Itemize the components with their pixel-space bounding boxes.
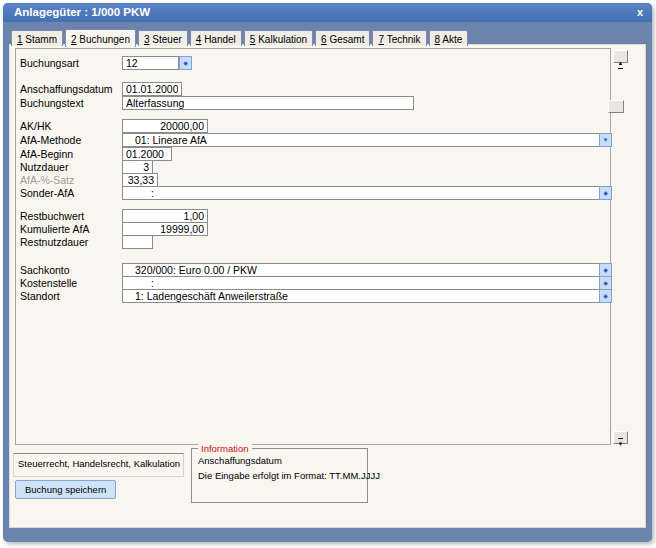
buchungstext-helper-button[interactable]	[608, 100, 624, 113]
sachkonto-spinner-icon[interactable]: ◆	[599, 263, 612, 277]
scroll-up-button[interactable]: ▲	[613, 50, 628, 63]
sachkonto-value: 320/000: Euro 0.00 / PKW	[123, 264, 597, 276]
kostenstelle-spinner-icon[interactable]: ◆	[599, 276, 612, 290]
tab-handel[interactable]: 4 Handel	[190, 30, 242, 46]
tab-buchungen[interactable]: 2 Buchungen	[65, 29, 136, 47]
buchungsart-input[interactable]	[122, 56, 179, 70]
anschaffungsdatum-label: Anschaffungsdatum	[20, 82, 113, 96]
sonder-afa-spinner-icon[interactable]: ◆	[599, 186, 612, 200]
buchungstext-label: Buchungstext	[20, 96, 84, 110]
afa-methode-dropdown[interactable]: 01: Lineare AfA ▼	[122, 133, 612, 147]
kumulierte-afa-label: Kumulierte AfA	[20, 222, 89, 236]
information-format-hint: Die Eingabe erfolgt im Format: TT.MM.JJJ…	[198, 470, 380, 481]
kostenstelle-dropdown[interactable]: : ◆	[122, 276, 612, 290]
tab-kalkulation[interactable]: 5 Kalkulation	[244, 30, 313, 46]
kostenstelle-value: :	[123, 277, 597, 289]
restbuchwert-input[interactable]	[122, 209, 208, 223]
anschaffungsdatum-input[interactable]	[122, 82, 182, 96]
tab-content-panel: Buchungsart ◆ Anschaffungsdatum Buchungs…	[9, 44, 646, 528]
afa-beginn-input[interactable]	[122, 147, 172, 161]
buchungstext-input[interactable]	[122, 96, 414, 110]
restnutzdauer-input[interactable]	[122, 235, 153, 249]
sachkonto-dropdown[interactable]: 320/000: Euro 0.00 / PKW ◆	[122, 263, 612, 277]
tab-akte[interactable]: 8 Akte	[429, 30, 469, 46]
title-bar[interactable]: Anlagegüter : 1/000 PKW x	[3, 3, 652, 22]
ak-hk-input[interactable]	[122, 119, 208, 133]
close-icon[interactable]: x	[637, 3, 643, 22]
tab-strip: 1 Stamm2 Buchungen3 Steuer4 Handel5 Kalk…	[11, 28, 470, 45]
kostenstelle-label: Kostenstelle	[20, 276, 77, 290]
nutzdauer-label: Nutzdauer	[20, 160, 68, 174]
afa-methode-value: 01: Lineare AfA	[123, 134, 597, 146]
window-title: Anlagegüter : 1/000 PKW	[14, 6, 150, 18]
standort-dropdown[interactable]: 1: Ladengeschäft Anweilerstraße ◆	[122, 289, 612, 303]
afa-satz-input[interactable]	[122, 173, 158, 187]
afa-satz-label: AfA-%-Satz	[20, 173, 74, 187]
scroll-down-button[interactable]: ▼	[613, 431, 628, 444]
information-groupbox: Information Anschaffungsdatum Die Eingab…	[191, 448, 368, 503]
tab-gesamt[interactable]: 6 Gesamt	[315, 30, 370, 46]
save-booking-button[interactable]: Buchung speichern	[15, 480, 116, 499]
scroll-down-icon: ▼	[618, 438, 624, 449]
information-field-name: Anschaffungsdatum	[198, 455, 282, 466]
booking-form-panel: Buchungsart ◆ Anschaffungsdatum Buchungs…	[15, 48, 611, 445]
sachkonto-label: Sachkonto	[20, 263, 70, 277]
ak-hk-label: AK/HK	[20, 119, 52, 133]
legal-context-box: Steuerrecht, Handelsrecht, Kalkulation	[13, 453, 184, 477]
legal-context-text: Steuerrecht, Handelsrecht, Kalkulation	[14, 454, 183, 469]
standort-value: 1: Ladengeschäft Anweilerstraße	[123, 290, 597, 302]
kumulierte-afa-input[interactable]	[122, 222, 208, 236]
tab-technik[interactable]: 7 Technik	[372, 30, 426, 46]
standort-label: Standort	[20, 289, 60, 303]
app-window: Anlagegüter : 1/000 PKW x 1 Stamm2 Buchu…	[3, 3, 652, 542]
scroll-up-icon: ▲	[618, 58, 624, 69]
buchungsart-label: Buchungsart	[20, 56, 79, 70]
sonder-afa-dropdown[interactable]: : ◆	[122, 186, 612, 200]
sonder-afa-label: Sonder-AfA	[20, 186, 74, 200]
tab-steuer[interactable]: 3 Steuer	[138, 30, 188, 46]
afa-methode-label: AfA-Methode	[20, 133, 81, 147]
restbuchwert-label: Restbuchwert	[20, 209, 84, 223]
chevron-down-icon[interactable]: ▼	[599, 133, 612, 147]
information-title: Information	[198, 443, 252, 454]
standort-spinner-icon[interactable]: ◆	[599, 289, 612, 303]
buchungsart-spinner-icon[interactable]: ◆	[179, 56, 192, 70]
restnutzdauer-label: Restnutzdauer	[20, 235, 88, 249]
nutzdauer-input[interactable]	[122, 160, 153, 174]
afa-beginn-label: AfA-Beginn	[20, 147, 73, 161]
sonder-afa-value: :	[123, 187, 597, 199]
tab-stamm[interactable]: 1 Stamm	[11, 30, 63, 46]
